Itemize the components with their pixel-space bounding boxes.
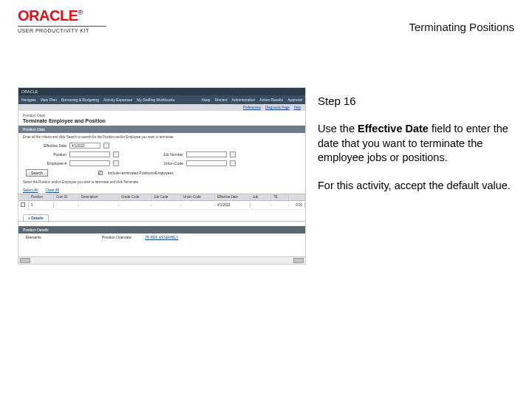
effective-date-field[interactable]: 4/1/2022 bbox=[69, 143, 100, 149]
section-label: Position Data bbox=[18, 111, 305, 118]
nav-item[interactable]: Borrowing & Budgeting bbox=[61, 98, 99, 102]
instruction-panel: Step 16 Use the Effective Date field to … bbox=[318, 87, 514, 265]
effective-date-label: Effective Date bbox=[26, 143, 66, 148]
row-select-checkbox[interactable] bbox=[21, 202, 25, 207]
lookup-icon[interactable] bbox=[113, 160, 119, 166]
nav-item[interactable]: Navigate bbox=[21, 98, 36, 102]
section-bar: Position Data bbox=[18, 126, 305, 133]
diagnostics-link[interactable]: Diagnostic Page bbox=[265, 106, 290, 109]
app-nav: Navigate View Plan Borrowing & Budgeting… bbox=[18, 95, 305, 104]
table-row[interactable]: 5 4/1/2022 0.00 bbox=[18, 201, 305, 210]
nav-item[interactable]: View Plan bbox=[41, 98, 57, 102]
employee-label: Employee # bbox=[26, 161, 66, 166]
include-terminated-checkbox[interactable] bbox=[98, 171, 103, 175]
lookup-icon[interactable] bbox=[230, 151, 236, 157]
job-number-label: Job Number bbox=[143, 152, 183, 157]
app-substrip: Preferences Diagnostic Page Help bbox=[18, 104, 305, 111]
nav-item[interactable]: Keep bbox=[202, 98, 211, 102]
tab-details[interactable]: + Details bbox=[23, 214, 49, 221]
step-label: Step 16 bbox=[318, 95, 514, 107]
post-search-text: Select the Position and/or Employee you … bbox=[18, 178, 305, 186]
app-brand-bar: ORACLE bbox=[18, 88, 305, 95]
horizontal-scrollbar[interactable] bbox=[18, 256, 305, 264]
elements-label: Elements bbox=[26, 235, 66, 239]
nav-item[interactable]: Administration bbox=[232, 98, 256, 102]
union-code-field[interactable] bbox=[186, 160, 227, 166]
employee-field[interactable] bbox=[69, 160, 110, 166]
search-button[interactable]: Search bbox=[26, 169, 48, 177]
page-title: Terminate Employee and Position bbox=[18, 118, 305, 126]
step-body-secondary: For this activity, accept the default va… bbox=[318, 179, 514, 194]
calendar-icon[interactable] bbox=[103, 143, 109, 149]
preferences-link[interactable]: Preferences bbox=[243, 106, 261, 109]
nav-item[interactable]: Action Results bbox=[259, 98, 283, 102]
instruction-text: Enter all the criteria and click Search … bbox=[18, 133, 305, 141]
select-all-link[interactable]: Select All bbox=[23, 188, 38, 192]
nav-item[interactable]: Activity Expenses bbox=[103, 98, 132, 102]
position-field[interactable] bbox=[69, 151, 110, 157]
position-overview-link[interactable]: JR REF ASSEMBLY bbox=[145, 235, 178, 239]
brand-logo: ORACLE® USER PRODUCTIVITY KIT bbox=[18, 7, 106, 33]
position-overview-label: Position Overview bbox=[102, 235, 132, 239]
step-body: Use the Effective Date field to enter th… bbox=[318, 122, 514, 166]
nav-item[interactable]: My Staffing Workbooks bbox=[137, 98, 174, 102]
clear-all-link[interactable]: Clear All bbox=[46, 188, 60, 192]
lookup-icon[interactable] bbox=[113, 151, 119, 157]
help-link[interactable]: Help bbox=[294, 106, 301, 109]
detail-tabs: + Details bbox=[18, 213, 305, 222]
union-code-label: Union Code bbox=[143, 161, 183, 166]
brand-subtitle: USER PRODUCTIVITY KIT bbox=[18, 28, 106, 33]
nav-item[interactable]: Approval bbox=[287, 98, 302, 102]
include-terminated-label: Include terminated Positions/Employees bbox=[108, 171, 174, 175]
nav-item[interactable]: Discard bbox=[215, 98, 228, 102]
lookup-icon[interactable] bbox=[230, 160, 236, 166]
embedded-screenshot: ORACLE Navigate View Plan Borrowing & Bu… bbox=[18, 87, 306, 265]
position-details-bar: Position Details bbox=[18, 226, 305, 233]
job-number-field[interactable] bbox=[186, 151, 227, 157]
position-label: Position bbox=[26, 152, 66, 157]
doc-title: Terminating Positions bbox=[409, 21, 514, 33]
results-table-header: Position Com ID Description Grade Code J… bbox=[18, 194, 305, 201]
